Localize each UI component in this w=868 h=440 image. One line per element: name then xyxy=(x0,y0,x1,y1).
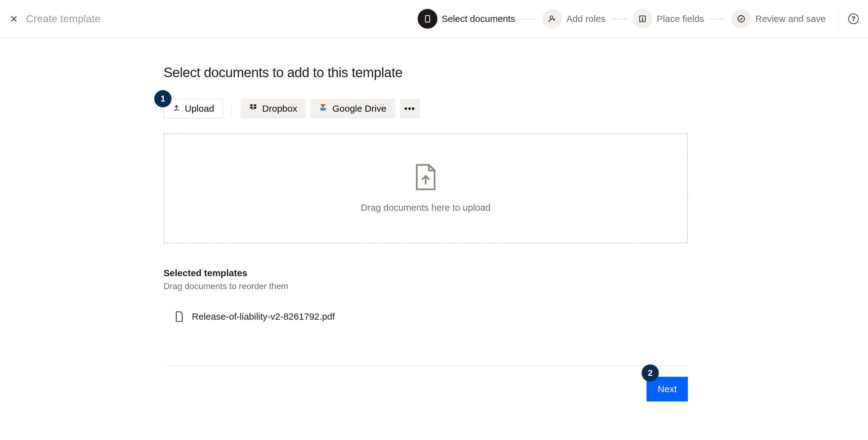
google-drive-button[interactable]: Google Drive xyxy=(311,99,395,118)
svg-point-3 xyxy=(550,16,553,19)
step-label: Place fields xyxy=(657,13,704,24)
button-label: Dropbox xyxy=(262,104,297,114)
step-label: Select documents xyxy=(442,13,515,24)
upload-icon xyxy=(173,104,181,114)
more-sources-button[interactable]: ••• xyxy=(400,99,420,118)
step-connector xyxy=(710,19,725,19)
help-icon[interactable]: ? xyxy=(848,13,859,24)
step-label: Review and save xyxy=(755,13,826,24)
stepper: Select documents Add roles Place f xyxy=(417,9,826,29)
svg-rect-2 xyxy=(425,16,430,22)
step-connector xyxy=(612,19,626,19)
file-upload-icon xyxy=(414,164,437,192)
file-name: Release-of-liability-v2-8261792.pdf xyxy=(192,311,335,322)
close-icon[interactable] xyxy=(9,14,19,24)
main-heading: Select documents to add to this template xyxy=(163,65,506,80)
check-circle-icon xyxy=(731,9,751,29)
dropbox-button[interactable]: Dropbox xyxy=(241,99,306,118)
divider xyxy=(838,10,838,28)
step-add-roles[interactable]: Add roles xyxy=(542,9,606,29)
selected-templates-section: Selected templates Drag documents to reo… xyxy=(163,268,506,322)
selected-title: Selected templates xyxy=(163,268,506,278)
list-item[interactable]: Release-of-liability-v2-8261792.pdf xyxy=(163,311,506,322)
button-label: Google Drive xyxy=(332,104,386,114)
selected-subtitle: Drag documents to reorder them xyxy=(163,282,506,291)
header: Create template Select documents Add xyxy=(0,0,868,38)
step-select-documents[interactable]: Select documents xyxy=(417,9,515,29)
svg-point-5 xyxy=(738,16,744,22)
document-icon xyxy=(417,9,437,29)
upload-button[interactable]: Upload xyxy=(163,99,223,118)
footer: 2 Next xyxy=(163,365,688,402)
dropbox-icon xyxy=(249,104,258,114)
page-title: Create template xyxy=(26,13,100,25)
document-icon xyxy=(175,311,184,322)
upload-dropzone[interactable]: Drag documents here to upload xyxy=(163,133,688,243)
dropzone-text: Drag documents here to upload xyxy=(361,202,491,213)
divider xyxy=(231,102,232,115)
google-drive-icon xyxy=(319,104,328,114)
step-connector xyxy=(521,19,536,19)
main: Select documents to add to this template… xyxy=(0,38,524,402)
fields-icon xyxy=(633,9,652,29)
upload-sources: 1 Upload Dropbox xyxy=(163,99,506,118)
ellipsis-icon: ••• xyxy=(404,104,415,114)
step-place-fields[interactable]: Place fields xyxy=(633,9,704,29)
callout-badge-1: 1 xyxy=(154,90,172,107)
person-plus-icon xyxy=(542,9,562,29)
step-review-save[interactable]: Review and save xyxy=(731,9,826,29)
step-label: Add roles xyxy=(566,13,606,24)
header-left: Create template xyxy=(9,13,100,25)
header-right: Select documents Add roles Place f xyxy=(417,9,859,29)
button-label: Upload xyxy=(185,104,214,114)
callout-badge-2: 2 xyxy=(642,364,659,382)
button-label: Next xyxy=(658,384,677,394)
